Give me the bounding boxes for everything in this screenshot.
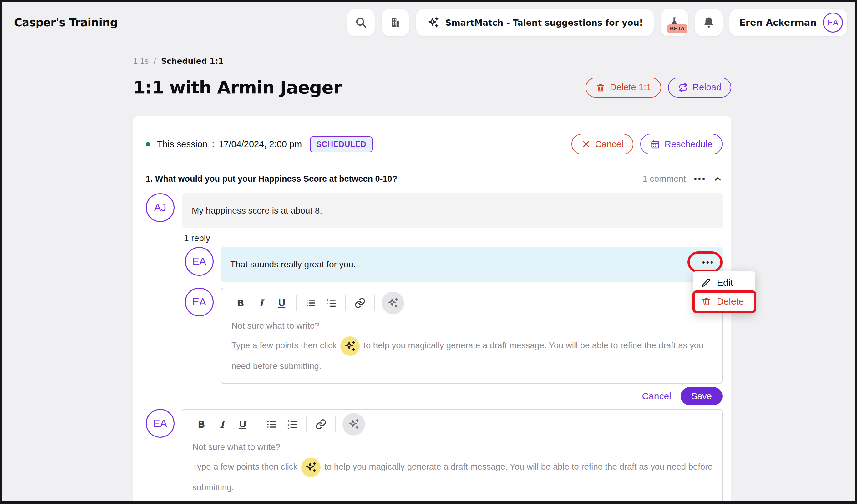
- svg-text:3: 3: [327, 304, 329, 308]
- editor-save-button[interactable]: Save: [680, 387, 723, 405]
- reply-editor: EA B I U 123: [185, 288, 723, 384]
- bell-icon: [702, 16, 715, 29]
- ai-magic-button[interactable]: [301, 458, 321, 477]
- cancel-session-label: Cancel: [595, 139, 623, 150]
- trash-icon: [701, 296, 711, 307]
- menu-item-edit-label: Edit: [717, 277, 733, 288]
- toolbar-divider: [296, 295, 297, 311]
- trash-icon: [595, 83, 606, 92]
- breadcrumb-parent-link[interactable]: 1:1s: [133, 56, 149, 66]
- session-card: This session : 17/04/2024, 2:00 pm SCHED…: [133, 116, 731, 504]
- collapse-chevron-up-icon[interactable]: [713, 174, 723, 184]
- editor-placeholder-line2: Type a few points then clickto help you …: [232, 335, 713, 377]
- comment-author-avatar: AJ: [146, 193, 174, 222]
- reply-author-avatar: EA: [185, 247, 214, 276]
- status-badge: SCHEDULED: [310, 136, 372, 152]
- cancel-session-button[interactable]: Cancel: [571, 134, 633, 154]
- reply-count-label: 1 reply: [184, 233, 723, 243]
- reschedule-button[interactable]: Reschedule: [640, 134, 723, 154]
- user-name: Eren Ackerman: [739, 17, 817, 28]
- reschedule-label: Reschedule: [665, 139, 712, 150]
- bulleted-list-button[interactable]: [261, 414, 282, 435]
- toolbar-divider: [345, 295, 346, 311]
- link-button[interactable]: [350, 293, 370, 313]
- menu-item-delete[interactable]: Delete: [693, 292, 755, 311]
- reply-text: That sounds really great for you.: [230, 260, 356, 270]
- link-button[interactable]: [310, 414, 331, 435]
- reply-editor-box[interactable]: B I U 123: [221, 288, 723, 384]
- app-header: Casper's Training SmartMatch - Talent su…: [2, 2, 855, 44]
- sparkle-icon: [426, 16, 440, 29]
- notifications-button[interactable]: [695, 9, 723, 36]
- underline-button[interactable]: U: [232, 414, 253, 435]
- editor-author-avatar: EA: [146, 409, 174, 438]
- svg-text:3: 3: [288, 425, 290, 429]
- page-title: 1:1 with Armin Jaeger: [133, 77, 341, 98]
- x-icon: [582, 139, 591, 149]
- comment-row: AJ My happiness score is at about 8.: [146, 193, 723, 228]
- ai-generate-button[interactable]: [342, 413, 365, 436]
- session-text: This session : 17/04/2024, 2:00 pm: [157, 139, 302, 150]
- session-datetime: 17/04/2024, 2:00 pm: [219, 139, 302, 150]
- pencil-icon: [701, 278, 711, 288]
- bold-button[interactable]: B: [191, 414, 212, 435]
- toolbar-divider: [335, 416, 336, 432]
- toolbar-divider: [374, 295, 375, 311]
- underline-button[interactable]: U: [271, 293, 292, 313]
- ai-generate-button[interactable]: [382, 292, 404, 314]
- toolbar-divider: [257, 416, 257, 432]
- breadcrumb-current: Scheduled 1:1: [161, 57, 224, 66]
- editor-placeholder-line2: Type a few points then clickto help you …: [192, 456, 713, 498]
- reload-label: Reload: [692, 82, 721, 92]
- title-row: 1:1 with Armin Jaeger Delete 1:1 Reload: [133, 77, 731, 98]
- editor-cancel-link[interactable]: Cancel: [642, 391, 671, 401]
- editor-placeholder-line1: Not sure what to write?: [192, 442, 713, 452]
- editor-toolbar: B I U 123: [191, 414, 713, 435]
- session-label: This session: [157, 139, 207, 150]
- title-actions: Delete 1:1 Reload: [586, 77, 731, 98]
- user-avatar: EA: [823, 13, 843, 33]
- building-icon: [389, 16, 402, 29]
- breadcrumb: 1:1s / Scheduled 1:1: [133, 56, 731, 66]
- menu-item-delete-label: Delete: [717, 296, 744, 307]
- user-menu[interactable]: Eren Ackerman EA: [729, 9, 847, 36]
- comment-text: My happiness score is at about 8.: [192, 206, 322, 216]
- placeholder-before: Type a few points then click: [232, 341, 337, 350]
- calendar-icon: [650, 139, 660, 149]
- delete-1-1-button[interactable]: Delete 1:1: [586, 77, 661, 98]
- breadcrumb-separator: /: [154, 56, 156, 66]
- comment-editor-box[interactable]: B I U 123: [182, 409, 723, 504]
- search-button[interactable]: [347, 9, 375, 36]
- smartmatch-banner-button[interactable]: SmartMatch - Talent suggestions for you!: [416, 9, 654, 36]
- numbered-list-button[interactable]: 123: [282, 414, 302, 435]
- question-row: 1. What would you put your Happiness Sco…: [146, 174, 723, 184]
- ai-magic-button[interactable]: [340, 336, 360, 356]
- main-content: 1:1s / Scheduled 1:1 1:1 with Armin Jaeg…: [133, 56, 731, 504]
- session-status-dot: [146, 142, 150, 146]
- organization-button[interactable]: [382, 9, 409, 36]
- session-row: This session : 17/04/2024, 2:00 pm SCHED…: [146, 134, 723, 154]
- reply-bubble: That sounds really great for you. •••: [221, 247, 723, 282]
- reply-more-button[interactable]: •••: [702, 258, 715, 266]
- numbered-list-button[interactable]: 123: [321, 293, 341, 313]
- toolbar-divider: [306, 416, 307, 432]
- divider: [147, 162, 723, 163]
- beta-badge: BETA: [667, 24, 688, 33]
- italic-button[interactable]: I: [212, 414, 232, 435]
- reload-button[interactable]: Reload: [668, 77, 731, 98]
- reload-icon: [678, 83, 688, 92]
- comment-editor: EA B I U 123: [146, 409, 723, 504]
- reply-editor-actions: Cancel Save: [146, 387, 723, 405]
- comment-count: 1 comment: [642, 174, 686, 184]
- menu-item-edit[interactable]: Edit: [693, 273, 755, 292]
- search-icon: [355, 16, 367, 29]
- app-logo: Casper's Training: [14, 16, 118, 29]
- labs-button[interactable]: BETA: [660, 9, 688, 36]
- question-text: 1. What would you put your Happiness Sco…: [146, 174, 397, 184]
- reply-context-menu: Edit Delete: [693, 271, 755, 313]
- header-actions: SmartMatch - Talent suggestions for you!…: [347, 9, 847, 36]
- question-more-button[interactable]: •••: [694, 174, 706, 184]
- bold-button[interactable]: B: [230, 293, 251, 313]
- italic-button[interactable]: I: [251, 293, 271, 313]
- bulleted-list-button[interactable]: [300, 293, 321, 313]
